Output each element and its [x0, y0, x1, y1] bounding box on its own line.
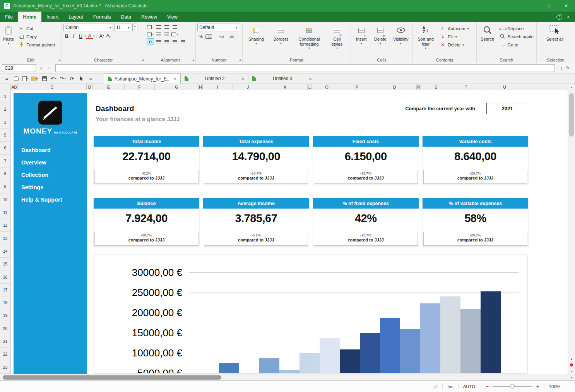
row-header[interactable]: 19 [0, 309, 10, 322]
prev-page-icon[interactable]: ▴ [568, 356, 575, 362]
sidebar-item-collection[interactable]: Collection [14, 169, 87, 181]
border-style-icon[interactable]: ▾ [147, 24, 154, 30]
maximize-button[interactable]: □ [539, 0, 557, 12]
row-header[interactable]: 21 [0, 335, 10, 348]
wrap-text-icon[interactable]: T▾ [147, 38, 154, 45]
cut-button[interactable]: ✂Cut [17, 25, 56, 32]
row-header[interactable]: 5 [0, 129, 10, 142]
expand-formula-bar-icon[interactable]: ↕ [560, 65, 563, 71]
row-header[interactable]: 7 [0, 155, 10, 168]
merge-cells-icon[interactable]: ▾ [147, 31, 154, 38]
font-family-select[interactable]: Calibri▾ [63, 24, 113, 31]
search-again-button[interactable]: Search again [498, 33, 535, 40]
formula-input[interactable] [55, 64, 555, 72]
align-left-icon[interactable] [155, 38, 162, 45]
dialog-launcher-icon[interactable]: ◢ [58, 58, 60, 62]
column-header[interactable]: S [421, 84, 451, 90]
column-header[interactable]: H [199, 84, 203, 90]
collapse-ribbon-icon[interactable]: ∧ [567, 15, 570, 19]
italic-button[interactable]: I [70, 33, 77, 39]
font-size-select[interactable]: 11▾ [114, 24, 131, 31]
horizontal-scrollbar[interactable] [0, 374, 568, 380]
menu-tab-home[interactable]: Home [18, 12, 41, 22]
dialog-launcher-icon[interactable]: ◢ [239, 58, 241, 62]
conditional-formatting-button[interactable]: Conditional formatting▾ [294, 24, 325, 51]
sheet-canvas[interactable]: MONEY for CALCULATE DashboardOverviewCol… [11, 90, 575, 374]
vertical-scroll-thumb[interactable] [569, 93, 574, 137]
row-header[interactable]: 2 [0, 103, 10, 116]
row-header[interactable]: 18 [0, 296, 10, 309]
visibility-button[interactable]: Visibility▾ [390, 24, 411, 46]
add-decimal-icon[interactable]: +,0 [218, 33, 225, 40]
accept-icon[interactable]: ✓ [46, 65, 53, 71]
underline-button[interactable]: U [77, 33, 84, 39]
replace-button[interactable]: a→bReplace [498, 25, 535, 32]
pointer-icon[interactable] [77, 74, 86, 83]
zoom-in-button[interactable]: + [534, 383, 544, 389]
shrink-font-button[interactable]: A▾ [105, 33, 112, 39]
percent-format-icon[interactable]: % [197, 34, 204, 39]
menu-tab-review[interactable]: Review [136, 12, 162, 22]
sort-and-filter-button[interactable]: AZ↓ Sort and filter▾ [414, 24, 437, 51]
open-folder-icon[interactable]: ▾ [30, 74, 39, 83]
column-header[interactable]: G [155, 84, 199, 90]
undo-icon[interactable]: ↶▾ [49, 74, 58, 83]
select-all-button[interactable]: Select all [538, 24, 572, 43]
go-to-button[interactable]: →Go to [498, 41, 535, 48]
column-header[interactable]: L [308, 84, 312, 90]
menu-tab-data[interactable]: Data [116, 12, 136, 22]
align-center-icon[interactable] [163, 38, 170, 45]
menu-icon[interactable]: ≡ [2, 74, 11, 83]
sidebar-item-help-support[interactable]: Help & Support [14, 193, 87, 206]
close-tab-icon[interactable]: ✕ [173, 77, 176, 81]
zoom-slider[interactable] [493, 386, 532, 387]
zoom-slider-knob[interactable] [510, 384, 515, 389]
align-right-icon[interactable] [171, 38, 178, 45]
remove-decimal-icon[interactable]: −,00 [227, 33, 234, 40]
sidebar-item-overview[interactable]: Overview [14, 156, 87, 169]
insert-mode-indicator[interactable]: Ins [443, 384, 458, 389]
align-top-icon[interactable] [155, 24, 162, 30]
sheet-tab[interactable]: Untitled 3✕ [248, 74, 316, 84]
auto-mode-indicator[interactable]: AUTO [459, 384, 480, 389]
column-header[interactable]: R [417, 84, 421, 90]
help-icon[interactable]: ? [556, 14, 562, 20]
function-wizard-icon[interactable]: √ [38, 65, 44, 71]
increase-indent-icon[interactable] [155, 31, 162, 38]
justify-icon[interactable] [179, 38, 187, 45]
pan-hand-icon[interactable] [12, 74, 21, 83]
column-header[interactable]: D [87, 84, 93, 90]
format-painter-button[interactable]: Format painter [17, 41, 56, 48]
grow-font-button[interactable]: A▴ [98, 33, 105, 39]
edit-mode-icon[interactable]: ✎ [566, 65, 570, 71]
column-header[interactable]: I [203, 84, 233, 90]
column-header[interactable]: K [263, 84, 308, 90]
more-tools-icon[interactable]: » [86, 74, 95, 83]
new-document-icon[interactable]: ▾ [21, 74, 30, 83]
redo-icon[interactable]: ↷▾ [58, 74, 67, 83]
scroll-up-icon[interactable]: ▴ [568, 84, 575, 90]
delete-contents-button[interactable]: ✕Delete▾ [438, 41, 470, 48]
row-header[interactable]: 14 [0, 245, 10, 258]
column-header[interactable]: AB [11, 84, 18, 90]
align-bottom-icon[interactable] [171, 24, 178, 30]
select-all-corner[interactable] [0, 84, 11, 90]
cell-styles-button[interactable]: ✎ Cell styles▾ [326, 24, 348, 51]
row-header[interactable]: 12 [0, 219, 10, 232]
column-header[interactable]: Q [372, 84, 417, 90]
font-color-button[interactable]: A [86, 33, 93, 39]
bold-button[interactable]: B [63, 33, 70, 39]
column-header[interactable]: O [312, 84, 342, 90]
cell-reference-box[interactable]: C29 [2, 64, 36, 72]
row-header[interactable]: 9 [0, 180, 10, 193]
scroll-down-icon[interactable]: ▾ [568, 374, 575, 380]
sync-icon[interactable]: ⇄ [429, 383, 442, 389]
close-button[interactable]: ✕ [557, 0, 575, 12]
font-size-stepper[interactable]: ▴▾ [132, 24, 137, 31]
column-header[interactable]: F [125, 84, 155, 90]
fill-button[interactable]: ↧Fill▾ [438, 33, 470, 40]
currency-format-icon[interactable] [205, 34, 212, 39]
column-header[interactable]: C [18, 84, 87, 90]
menu-tab-layout[interactable]: Layout [63, 12, 88, 22]
row-header[interactable]: 15 [0, 258, 10, 270]
